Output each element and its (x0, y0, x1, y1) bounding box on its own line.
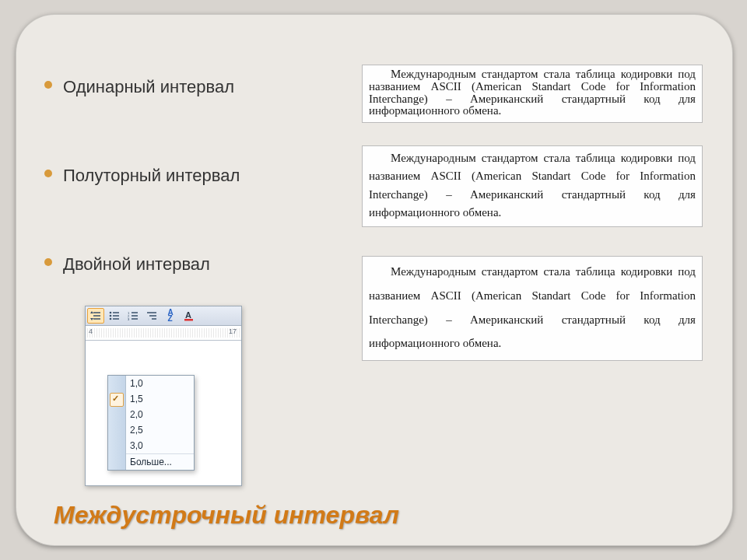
line-spacing-dropdown: 1,0 1,5 2,0 2,5 3,0 Больше... (107, 375, 195, 471)
slide-title: Междустрочный интервал (54, 501, 399, 530)
ruler-tick-left: 4 (89, 327, 93, 335)
document-area: 1,0 1,5 2,0 2,5 3,0 Больше... (86, 341, 241, 485)
spacing-option-1.0[interactable]: 1,0 (108, 376, 194, 391)
sample-double: Международным стандартом стала таблица к… (362, 256, 703, 361)
spacing-option-more[interactable]: Больше... (108, 454, 194, 470)
svg-point-5 (110, 312, 112, 314)
multilevel-list-icon[interactable] (143, 308, 160, 324)
sample-double-text: Международным стандартом стала таблица к… (369, 260, 696, 355)
font-color-icon[interactable]: A (181, 308, 198, 324)
svg-rect-21 (184, 319, 193, 321)
word-toolbar-snippet: 1 2 3 AZ A (85, 306, 242, 486)
sample-single: Международным стандартом стала таблица к… (362, 65, 703, 123)
ruler: 4 17 (86, 326, 241, 341)
sample-one-half: Международным стандартом стала таблица к… (362, 145, 703, 227)
spacing-option-2.5[interactable]: 2,5 (108, 422, 194, 438)
svg-text:3: 3 (128, 317, 130, 320)
svg-text:A: A (185, 310, 191, 320)
svg-marker-3 (90, 311, 93, 313)
ribbon-toolbar: 1 2 3 AZ A (86, 306, 241, 326)
bullet-double-spacing: Двойной интервал (63, 254, 359, 275)
number-list-icon[interactable]: 1 2 3 (124, 308, 142, 324)
bullet-list: Одинарный интервал Полуторный интервал Д… (63, 77, 359, 343)
bullet-one-half-spacing: Полуторный интервал (63, 166, 359, 186)
slide-card: Одинарный интервал Полуторный интервал Д… (16, 14, 733, 546)
sample-one-half-text: Международным стандартом стала таблица к… (369, 149, 696, 222)
bullet-list-icon[interactable] (106, 308, 123, 324)
line-spacing-icon[interactable] (87, 308, 104, 324)
spacing-option-3.0[interactable]: 3,0 (108, 438, 194, 453)
svg-point-9 (110, 318, 112, 320)
sample-single-text: Международным стандартом стала таблица к… (369, 68, 696, 117)
svg-marker-4 (90, 318, 93, 320)
svg-point-7 (110, 315, 112, 317)
spacing-option-2.0[interactable]: 2,0 (108, 407, 194, 422)
spacing-option-1.5[interactable]: 1,5 (108, 391, 194, 407)
sort-icon[interactable]: AZ (162, 308, 179, 324)
bullet-single-spacing: Одинарный интервал (63, 77, 359, 97)
ruler-tick-right: 17 (229, 327, 237, 335)
